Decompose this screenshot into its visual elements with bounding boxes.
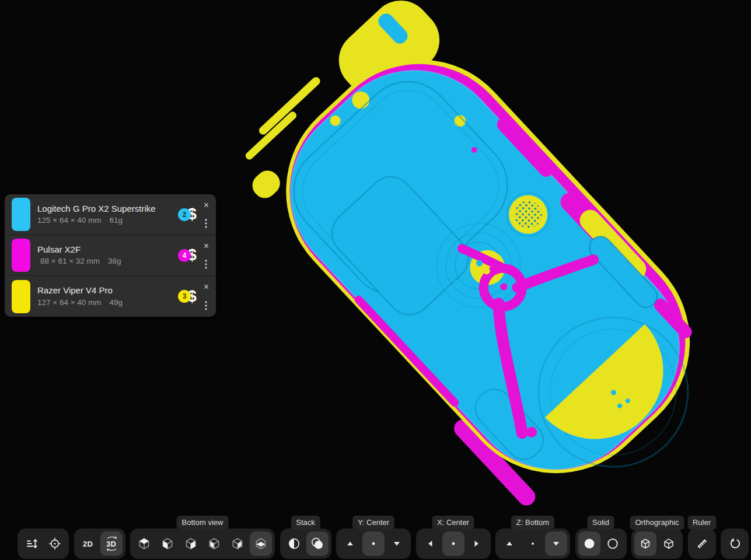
svg-text:2: 2	[182, 211, 186, 219]
price-button[interactable]: 3 $	[178, 289, 197, 304]
render-solid-button[interactable]	[578, 531, 600, 556]
crosshair-icon	[48, 537, 61, 550]
align-y-up-button[interactable]	[339, 531, 361, 556]
dimension-mode-group: 2D 3D	[74, 528, 125, 559]
triangle-down-icon	[550, 537, 563, 550]
render-wireframe-button[interactable]	[602, 531, 624, 556]
outline-circle-icon	[606, 537, 619, 550]
triangle-up-icon	[503, 537, 516, 550]
color-swatch	[12, 280, 30, 313]
align-z-up-button[interactable]	[498, 531, 521, 556]
mouse-dimensions: 88 × 61 × 32 mm	[37, 257, 100, 266]
more-options-button[interactable]	[205, 260, 207, 269]
mouse-card-pulsar[interactable]: Pulsar X2F 88 × 61 × 32 mm 38g 4 $ ×	[5, 235, 216, 276]
svg-text:4: 4	[182, 251, 186, 260]
mouse-card-logitech[interactable]: Logitech G Pro X2 Superstrike 125 × 64 ×…	[5, 194, 216, 235]
mouse-name: Razer Viper V4 Pro	[37, 285, 178, 296]
align-x-label-chip: X: Center	[432, 516, 474, 530]
align-y-group: Y: Center	[336, 528, 411, 559]
cube-back-icon	[230, 537, 244, 551]
cube-bottom-icon	[254, 537, 268, 551]
price-button[interactable]: 2 $	[178, 206, 197, 222]
triangle-down-icon	[390, 537, 403, 550]
view-left-button[interactable]	[203, 531, 225, 556]
reset-rotation-icon	[728, 537, 741, 550]
cube-front-icon	[160, 537, 174, 551]
mouse-list-panel: Logitech G Pro X2 Superstrike 125 × 64 ×…	[5, 194, 216, 317]
render-label-chip: Solid	[587, 516, 614, 530]
align-y-label-chip: Y: Center	[352, 516, 394, 530]
projection-perspective-button[interactable]	[658, 531, 680, 556]
mode-3d-button[interactable]: 3D	[100, 531, 123, 556]
mouse-weight: 61g	[110, 216, 123, 225]
cube-right-icon	[184, 537, 198, 551]
triangle-up-icon	[344, 537, 357, 550]
reset-group	[721, 528, 749, 559]
align-z-center-button[interactable]	[522, 531, 544, 556]
mouse-name: Logitech G Pro X2 Superstrike	[37, 204, 178, 215]
compare-label-chip: Stack	[291, 516, 320, 530]
view-bottom-button[interactable]	[250, 531, 272, 556]
filled-circle-icon	[583, 537, 596, 550]
ruler-icon	[696, 537, 708, 550]
viewport-toolbar: 2D 3D Bottom view	[0, 528, 751, 559]
align-z-label-chip: Z: Bottom	[511, 516, 554, 530]
color-swatch	[12, 239, 30, 272]
store-count-badge: 3	[178, 290, 191, 303]
store-count-badge: 4	[178, 249, 191, 262]
triangle-left-icon	[424, 537, 436, 550]
sort-icon	[25, 537, 38, 550]
view-top-button[interactable]	[133, 531, 155, 556]
more-options-button[interactable]	[205, 301, 207, 310]
compare-mode-group: Stack	[280, 528, 331, 559]
cube-left-icon	[207, 537, 221, 551]
align-y-center-button[interactable]	[362, 531, 385, 556]
align-y-down-button[interactable]	[386, 531, 408, 556]
stacked-circles-icon	[311, 537, 324, 550]
sort-mice-button[interactable]	[20, 531, 43, 556]
mouse-weight: 38g	[108, 257, 121, 266]
view-front-button[interactable]	[156, 531, 179, 556]
price-button[interactable]: 4 $	[178, 247, 197, 263]
view-label-chip: Bottom view	[177, 516, 229, 530]
projection-group: Orthographic	[631, 528, 683, 559]
more-options-button[interactable]	[205, 219, 207, 228]
focus-model-button[interactable]	[44, 531, 66, 556]
triangle-right-icon	[470, 537, 483, 550]
mouse-dimensions: 127 × 64 × 40 mm	[37, 298, 102, 307]
orthographic-cube-icon	[639, 537, 652, 550]
ruler-button[interactable]	[691, 531, 713, 556]
view-right-button[interactable]	[180, 531, 202, 556]
remove-mouse-button[interactable]: ×	[204, 284, 209, 291]
center-dot-icon	[447, 537, 460, 550]
align-x-right-button[interactable]	[466, 531, 488, 556]
cube-top-icon	[137, 537, 151, 551]
reset-view-button[interactable]	[724, 531, 746, 556]
split-circle-icon	[288, 537, 301, 550]
ruler-label-chip: Ruler	[687, 516, 716, 530]
mouse-name: Pulsar X2F	[37, 244, 178, 256]
mode-2d-button[interactable]: 2D	[77, 531, 99, 556]
compare-stack-button[interactable]	[306, 531, 329, 556]
mouse-dimensions: 125 × 64 × 40 mm	[37, 216, 102, 225]
align-x-group: X: Center	[416, 528, 491, 559]
align-x-center-button[interactable]	[442, 531, 464, 556]
remove-mouse-button[interactable]: ×	[204, 202, 209, 209]
mouse-weight: 49g	[110, 298, 123, 307]
view-back-button[interactable]	[226, 531, 249, 556]
mouse-card-razer[interactable]: Razer Viper V4 Pro 127 × 64 × 40 mm 49g …	[5, 276, 216, 317]
align-z-group: Z: Bottom	[495, 528, 570, 559]
projection-label-chip: Orthographic	[630, 516, 684, 530]
view-angle-group: Bottom view	[130, 528, 275, 559]
compare-side-by-side-button[interactable]	[283, 531, 305, 556]
projection-orthographic-button[interactable]	[634, 531, 656, 556]
center-dot-icon	[367, 537, 380, 550]
remove-mouse-button[interactable]: ×	[204, 243, 209, 250]
align-z-bottom-button[interactable]	[545, 531, 567, 556]
center-dot-icon	[526, 537, 539, 550]
list-tools-group	[18, 528, 69, 559]
svg-text:3: 3	[182, 292, 186, 300]
ruler-group: Ruler	[688, 528, 716, 559]
perspective-cube-icon	[662, 537, 675, 550]
align-x-left-button[interactable]	[419, 531, 441, 556]
